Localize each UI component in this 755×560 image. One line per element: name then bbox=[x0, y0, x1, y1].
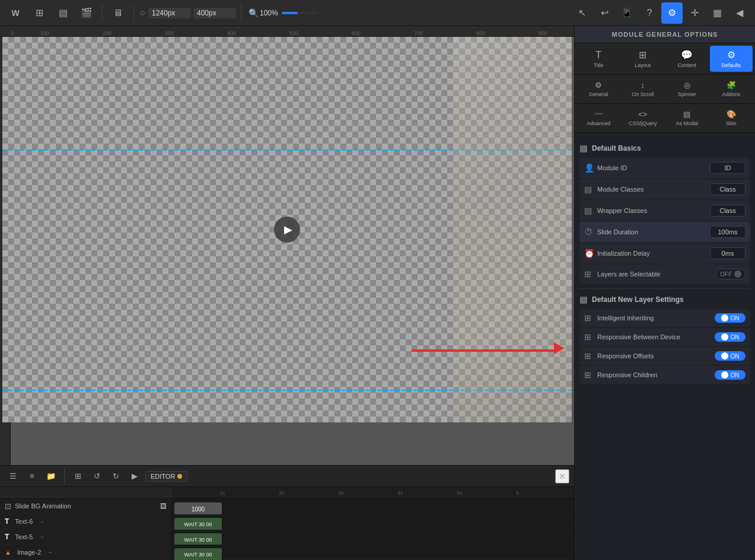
layers-selectable-label: Layers are Selectable bbox=[597, 271, 716, 278]
tl-time-spacer bbox=[0, 487, 172, 498]
intelligent-inheriting-toggle[interactable]: ON bbox=[715, 313, 746, 323]
ruler-mark-200: 200 bbox=[103, 30, 112, 36]
height-input-group: 400px bbox=[193, 8, 236, 18]
panel-nav-title[interactable]: T Title bbox=[577, 46, 620, 72]
responsive-between-toggle[interactable]: ON bbox=[715, 332, 746, 342]
tl-editor-dot bbox=[177, 474, 182, 479]
tl-layers-btn[interactable]: ☰ bbox=[5, 468, 21, 485]
tl-play-btn[interactable]: ▶ bbox=[126, 468, 143, 485]
help-icon: ? bbox=[647, 8, 652, 18]
panel-nav-content[interactable]: 💬 Content bbox=[665, 46, 709, 72]
wordpress-icon-btn[interactable]: W bbox=[5, 2, 26, 24]
tl-editor-label: EDITOR bbox=[145, 471, 187, 482]
title-nav-icon: T bbox=[595, 50, 601, 61]
canvas-scroll[interactable]: ▶ bbox=[0, 37, 574, 465]
separator-2 bbox=[133, 5, 134, 21]
mobile-icon: 📱 bbox=[621, 7, 633, 18]
mobile-view-btn[interactable]: 📱 bbox=[616, 2, 638, 24]
tl-loop-btn[interactable]: ↺ bbox=[88, 468, 105, 485]
grid-view-btn[interactable]: ⊞ bbox=[28, 2, 50, 24]
defaults-nav-icon: ⚙ bbox=[727, 49, 735, 61]
panel-nav-addons[interactable]: 🧩 Addons bbox=[710, 77, 753, 101]
tl-track-text5-content[interactable]: WAIT 30 00 bbox=[172, 530, 574, 545]
undo-btn[interactable]: ↩ bbox=[594, 2, 615, 24]
init-delay-value[interactable]: 0ms bbox=[710, 247, 746, 259]
panel-nav-defaults[interactable]: ⚙ Defaults bbox=[710, 46, 753, 72]
addons-nav-label: Addons bbox=[722, 91, 740, 97]
tl-layers-icon: ☰ bbox=[9, 472, 17, 481]
onscroll-nav-label: On Scroll bbox=[632, 91, 654, 97]
settings-btn[interactable]: ⚙ bbox=[661, 2, 683, 24]
main-layout: 0 100 200 300 400 500 600 700 800 900 bbox=[0, 26, 755, 560]
panel-nav-onscroll[interactable]: ↕ On Scroll bbox=[622, 77, 665, 101]
share-btn[interactable]: ◀ bbox=[729, 2, 750, 24]
ruler-mark-400: 400 bbox=[227, 30, 236, 36]
layers-selectable-switch[interactable]: OFF bbox=[716, 269, 746, 279]
tl-close-btn[interactable]: ✕ bbox=[555, 469, 569, 483]
wrapper-classes-row: ▤ Wrapper Classes Class bbox=[579, 201, 750, 221]
spinner-nav-icon: ◎ bbox=[684, 81, 690, 90]
tl-time-bar: 1s 2s 3s 4s 5s 6 bbox=[0, 487, 574, 499]
tl-block-slide-bg[interactable]: 1000 bbox=[174, 502, 222, 516]
responsive-offsets-icon: ⊞ bbox=[584, 351, 597, 361]
module-classes-value[interactable]: Class bbox=[710, 183, 746, 195]
play-button[interactable]: ▶ bbox=[274, 217, 300, 243]
tl-refresh-btn[interactable]: ↻ bbox=[107, 468, 124, 485]
tl-block-image2[interactable]: WAIT 30 00 bbox=[174, 548, 222, 560]
slide-duration-label: Slide Duration bbox=[597, 228, 710, 236]
ruler-mark-500: 500 bbox=[289, 30, 298, 36]
width-input[interactable]: 1240px bbox=[152, 9, 187, 17]
tl-block-text5[interactable]: WAIT 30 00 bbox=[174, 533, 222, 546]
onscroll-nav-icon: ↕ bbox=[641, 81, 645, 90]
play-icon: ▶ bbox=[284, 223, 292, 236]
layout-nav-label: Layout bbox=[635, 62, 651, 68]
panel-nav-cssjquery[interactable]: <> CSS/jQuery bbox=[622, 106, 665, 130]
tl-folder-btn[interactable]: 📁 bbox=[43, 468, 59, 485]
cursor-btn[interactable]: ↖ bbox=[571, 2, 592, 24]
tl-list-icon: ≡ bbox=[30, 472, 34, 481]
tl-refresh-icon: ↻ bbox=[113, 472, 119, 481]
text6-arrow: → bbox=[39, 518, 44, 525]
height-input[interactable]: 400px bbox=[197, 9, 232, 17]
module-id-value[interactable]: ID bbox=[710, 162, 746, 174]
slide-duration-value[interactable]: 100ms bbox=[710, 226, 746, 238]
panel-nav-advanced[interactable]: 〰 Advanced bbox=[577, 106, 620, 130]
module-id-row: 👤 Module ID ID bbox=[579, 158, 750, 178]
tl-block-image2-text: WAIT 30 00 bbox=[184, 552, 212, 558]
tl-list-btn[interactable]: ≡ bbox=[24, 468, 40, 485]
responsive-children-label: Responsive Children bbox=[597, 371, 715, 378]
width-input-group: 1240px bbox=[148, 8, 191, 18]
tl-track-slide-bg-content[interactable]: 1000 bbox=[172, 499, 574, 514]
tl-track-image2-content[interactable]: WAIT 30 00 bbox=[172, 545, 574, 559]
ruler-top: 0 100 200 300 400 500 600 700 800 900 bbox=[0, 26, 574, 37]
panel-nav-skin[interactable]: 🎨 Skin bbox=[710, 106, 753, 130]
panel-nav-general[interactable]: ⚙ General bbox=[577, 77, 620, 101]
desktop-btn[interactable]: 🖥 bbox=[107, 2, 129, 24]
tl-track-slide-bg-label: ⊡ Slide BG Animation 🖼 bbox=[0, 499, 172, 514]
cssjquery-nav-icon: <> bbox=[638, 110, 647, 119]
layers-selectable-toggle[interactable]: OFF bbox=[716, 269, 746, 279]
red-arrow bbox=[412, 347, 565, 354]
columns-btn[interactable]: ▦ bbox=[706, 2, 728, 24]
panel-nav-asmodal[interactable]: ▤ As Modal bbox=[665, 106, 709, 130]
tl-track-text6-content[interactable]: WAIT 30 00 bbox=[172, 514, 574, 529]
tl-block-text6[interactable]: WAIT 30 00 bbox=[174, 518, 222, 531]
media-btn[interactable]: 🎬 bbox=[76, 2, 97, 24]
help-btn[interactable]: ? bbox=[639, 2, 660, 24]
panel-nav-layout[interactable]: ⊞ Layout bbox=[622, 46, 665, 72]
canvas-content: ▶ bbox=[2, 37, 572, 422]
addons-nav-icon: 🧩 bbox=[727, 81, 736, 90]
tl-multi-select-btn[interactable]: ⊞ bbox=[69, 468, 86, 485]
time-4s: 4s bbox=[397, 490, 403, 496]
panel-nav-spinner[interactable]: ◎ Spinner bbox=[665, 77, 709, 101]
responsive-offsets-toggle[interactable]: ON bbox=[715, 351, 746, 361]
wrapper-classes-value[interactable]: Class bbox=[710, 205, 746, 217]
timeline-tracks: ⊡ Slide BG Animation 🖼 1000 T Text-6 bbox=[0, 499, 574, 560]
layout-view-btn[interactable]: ▤ bbox=[52, 2, 74, 24]
module-classes-row: ▤ Module Classes Class bbox=[579, 179, 750, 199]
top-toolbar: W ⊞ ▤ 🎬 🖥 ◇ 1240px 400px 🔍 100% ↖ ↩ 📱 bbox=[0, 0, 755, 26]
responsive-children-toggle[interactable]: ON bbox=[715, 370, 746, 380]
move-btn[interactable]: ✛ bbox=[684, 2, 705, 24]
rb-on-label: ON bbox=[731, 334, 740, 341]
canvas-image-overlay bbox=[453, 37, 572, 422]
